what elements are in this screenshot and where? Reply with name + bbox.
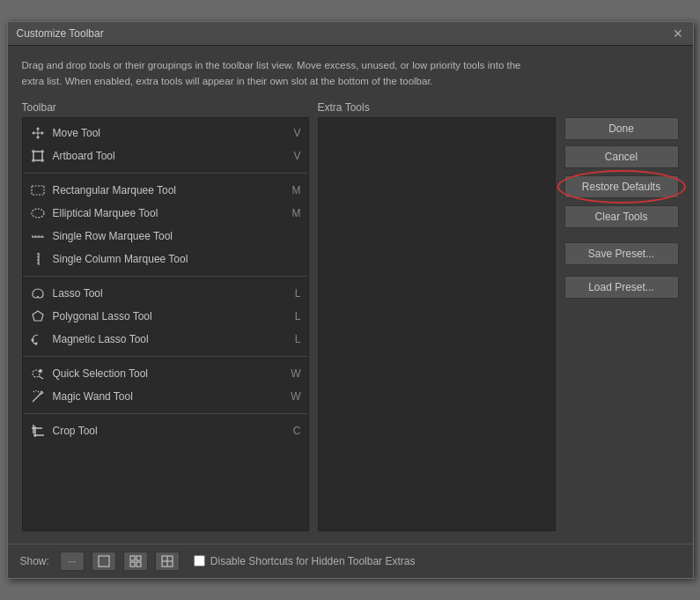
show-btn-dots[interactable]: ··· (60, 552, 85, 571)
svg-point-17 (32, 339, 33, 341)
extra-tools-label: Extra Tools (318, 101, 556, 114)
svg-line-21 (33, 395, 40, 402)
tool-shortcut-move: V (293, 127, 300, 139)
tool-shortcut-ellipse-marquee: M (292, 207, 301, 219)
tool-name-artboard: Artboard Tool (53, 150, 287, 162)
tool-name-single-row: Single Row Marquee Tool (53, 230, 294, 242)
save-preset-button[interactable]: Save Preset... (564, 242, 679, 265)
tool-group-move: Move Tool V (23, 122, 308, 174)
toolbar-label: Toolbar (22, 101, 309, 114)
tool-name-ellipse-marquee: Elliptical Marquee Tool (53, 207, 285, 219)
svg-rect-9 (32, 186, 44, 195)
extra-tools-box (318, 117, 556, 531)
bottom-bar: Show: ··· Disable Shortcuts for Hi (8, 544, 693, 578)
svg-point-16 (35, 343, 37, 344)
tool-name-mag-lasso: Magnetic Lasso Tool (53, 333, 288, 345)
checkbox-area: Disable Shortcuts for Hidden Toolbar Ext… (194, 555, 416, 567)
tool-shortcut-lasso: L (295, 287, 301, 300)
move-icon (30, 125, 46, 141)
tool-item-ellipse-marquee[interactable]: Elliptical Marquee Tool M (23, 202, 308, 225)
tool-item-mag-lasso[interactable]: Magnetic Lasso Tool L (23, 328, 308, 351)
title-bar: Customize Toolbar ✕ (8, 22, 693, 46)
tool-shortcut-artboard: V (293, 150, 300, 162)
disable-shortcuts-label[interactable]: Disable Shortcuts for Hidden Toolbar Ext… (210, 555, 416, 567)
svg-rect-33 (130, 556, 135, 560)
tool-item-move[interactable]: Move Tool V (23, 122, 308, 144)
svg-rect-32 (99, 556, 109, 567)
buttons-section: Done Cancel Restore Defaults Clear Tools… (564, 101, 679, 531)
single-row-icon (30, 228, 46, 244)
close-button[interactable]: ✕ (672, 27, 684, 40)
svg-line-26 (38, 391, 39, 392)
disable-shortcuts-checkbox[interactable] (194, 555, 205, 567)
dialog-body: Drag and drop tools or their groupings i… (8, 46, 693, 544)
svg-point-10 (32, 209, 44, 218)
clear-tools-button[interactable]: Clear Tools (564, 205, 679, 228)
tool-shortcut-rect-marquee: M (292, 184, 301, 196)
svg-marker-15 (33, 311, 43, 321)
tool-item-crop[interactable]: Crop Tool C (23, 419, 308, 442)
extra-tools-section: Extra Tools (318, 101, 556, 531)
single-col-icon (30, 251, 46, 267)
tool-group-lasso: Lasso Tool L Polygonal Lasso Tool (23, 282, 308, 357)
show-label: Show: (20, 555, 49, 567)
tool-item-lasso[interactable]: Lasso Tool L (23, 282, 308, 305)
svg-line-19 (39, 376, 43, 379)
tool-shortcut-magic-wand: W (291, 390, 300, 403)
tool-item-single-row[interactable]: Single Row Marquee Tool (23, 225, 308, 248)
load-preset-button[interactable]: Load Preset... (564, 276, 679, 299)
quick-sel-icon (30, 366, 46, 381)
customize-toolbar-dialog: Customize Toolbar ✕ Drag and drop tools … (7, 21, 694, 579)
svg-rect-36 (136, 562, 141, 567)
poly-lasso-icon (30, 308, 46, 324)
mag-lasso-icon (30, 331, 46, 347)
toolbar-list[interactable]: Move Tool V (23, 118, 308, 530)
svg-point-18 (33, 370, 40, 377)
main-layout: Toolbar Move Tool (22, 101, 679, 531)
toolbar-section: Toolbar Move Tool (22, 101, 309, 531)
show-btn-grid1[interactable] (92, 552, 116, 571)
magic-wand-icon (30, 389, 46, 404)
tool-name-move: Move Tool (53, 127, 287, 139)
tool-item-poly-lasso[interactable]: Polygonal Lasso Tool L (23, 305, 308, 328)
tool-item-quick-sel[interactable]: Quick Selection Tool W (23, 362, 308, 385)
svg-rect-35 (130, 562, 135, 567)
tool-item-single-col[interactable]: Single Column Marquee Tool (23, 248, 308, 270)
dialog-title: Customize Toolbar (17, 27, 104, 40)
svg-rect-0 (33, 152, 42, 160)
artboard-icon (30, 148, 46, 164)
tool-name-magic-wand: Magic Wand Tool (53, 390, 284, 403)
tool-name-single-col: Single Column Marquee Tool (53, 253, 294, 265)
tool-group-selection: Quick Selection Tool W (23, 362, 308, 414)
ellipse-marquee-icon (30, 205, 46, 221)
show-btn-grid3[interactable] (155, 552, 180, 571)
tool-shortcut-poly-lasso: L (295, 310, 301, 322)
tool-group-marquee: Rectangular Marquee Tool M Elliptical Ma… (23, 179, 308, 277)
show-btn-grid2[interactable] (123, 552, 148, 571)
tool-name-lasso: Lasso Tool (53, 287, 288, 300)
tool-group-crop: Crop Tool C (23, 419, 308, 448)
tool-name-poly-lasso: Polygonal Lasso Tool (53, 310, 288, 322)
svg-line-27 (33, 391, 34, 392)
svg-rect-34 (136, 556, 141, 560)
rect-marquee-icon (30, 182, 46, 198)
tool-shortcut-quick-sel: W (291, 367, 300, 380)
restore-defaults-button[interactable]: Restore Defaults (564, 175, 679, 198)
tool-name-rect-marquee: Rectangular Marquee Tool (53, 184, 285, 196)
tool-item-rect-marquee[interactable]: Rectangular Marquee Tool M (23, 179, 308, 202)
lasso-icon (30, 285, 46, 301)
tool-item-magic-wand[interactable]: Magic Wand Tool W (23, 385, 308, 408)
done-button[interactable]: Done (564, 117, 679, 140)
cancel-button[interactable]: Cancel (564, 145, 679, 168)
tool-shortcut-crop: C (293, 425, 301, 437)
toolbar-list-container: Move Tool V (22, 117, 309, 531)
description-text: Drag and drop tools or their groupings i… (22, 58, 533, 89)
crop-icon (30, 423, 46, 439)
tool-item-artboard[interactable]: Artboard Tool V (23, 144, 308, 167)
tool-name-crop: Crop Tool (53, 425, 286, 437)
tool-shortcut-mag-lasso: L (295, 333, 301, 345)
tool-name-quick-sel: Quick Selection Tool (53, 367, 284, 380)
svg-point-20 (39, 369, 42, 373)
